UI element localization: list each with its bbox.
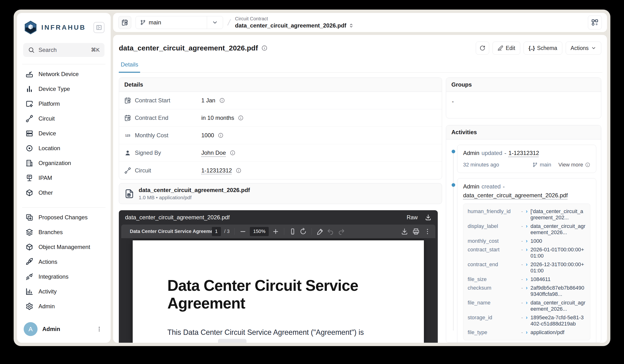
activity-branch-badge: main	[532, 162, 551, 168]
sidebar-item-actions[interactable]: Actions	[23, 255, 104, 269]
breadcrumb-object[interactable]: data_center_circuit_agreement_2026.pdf	[235, 22, 346, 29]
property-value: ['data_center_circuit_agreement_202...	[530, 208, 586, 221]
actions-button-label: Actions	[571, 45, 589, 52]
redo-icon[interactable]	[338, 228, 345, 235]
info-icon[interactable]	[218, 132, 224, 138]
raw-toggle[interactable]: Raw	[407, 214, 418, 221]
annotate-pen-icon[interactable]	[316, 228, 324, 235]
sidebar-item-network-device[interactable]: Network Device	[23, 67, 104, 81]
sidebar-collapse-button[interactable]	[94, 22, 104, 33]
zoom-in-icon[interactable]	[272, 228, 279, 235]
branch-selector[interactable]: main	[135, 16, 223, 29]
property-row: contract_start-›2026-01-01T00:00:00+01:0…	[468, 245, 586, 260]
tab-details[interactable]: Details	[119, 61, 140, 73]
schema-button[interactable]: {..} Schema	[523, 42, 562, 54]
avatar-initial: A	[28, 326, 32, 333]
branch-dropdown-toggle[interactable]	[207, 16, 223, 29]
view-more-link[interactable]: View more	[558, 162, 590, 168]
cable-icon	[124, 167, 131, 174]
property-row: checksum-›2af9db5c87eb7b864909340ffcfa98…	[468, 284, 586, 298]
sidebar-item-admin[interactable]: Admin	[23, 299, 104, 314]
download-icon[interactable]	[425, 214, 432, 221]
sidebar-item-device-type[interactable]: Device Type	[23, 81, 104, 96]
field-value: in 10 months	[201, 115, 234, 121]
property-key: storage_id	[468, 314, 518, 321]
kebab-icon	[96, 326, 102, 332]
property-value: 2026-12-31T00:00:00+01:00	[530, 261, 586, 274]
chevrons-up-down-icon[interactable]	[348, 23, 354, 28]
zoom-level[interactable]: 150%	[250, 227, 269, 236]
time-travel-button[interactable]	[118, 16, 131, 29]
scroll-mode-icon[interactable]	[289, 228, 296, 235]
property-dash: -	[521, 285, 523, 291]
breadcrumb-slash: /	[226, 18, 232, 27]
print-icon[interactable]	[413, 228, 419, 235]
page-number-input[interactable]: 1	[212, 227, 221, 236]
field-label: Monthly Cost	[135, 132, 168, 139]
avatar: A	[24, 322, 38, 336]
more-options-icon[interactable]	[424, 228, 431, 235]
bar-chart-icon	[26, 85, 33, 93]
circuit-link[interactable]: 1-12312312	[201, 167, 232, 174]
sidebar-item-ipam[interactable]: IP IPAM	[23, 171, 104, 185]
sidebar: INFRAHUB Search ⌘K	[17, 13, 111, 343]
pdf-toolbar: Data Center Circuit Service Agreement 1 …	[121, 225, 435, 238]
sidebar-item-label: Branches	[38, 229, 63, 235]
property-chevron: ›	[526, 261, 527, 268]
calendar-clock-icon	[121, 19, 128, 26]
property-value: data_center_circuit_agreement_2026...	[530, 223, 586, 235]
search-placeholder: Search	[38, 47, 57, 53]
box-icon	[26, 243, 33, 251]
info-icon[interactable]	[230, 150, 235, 156]
sidebar-item-other[interactable]: Other	[23, 185, 104, 200]
pdf-viewport[interactable]: Data Center Circuit Service Agreement Th…	[121, 238, 435, 343]
user-row: A Admin	[23, 321, 104, 336]
info-icon[interactable]	[219, 98, 225, 103]
sidebar-item-location[interactable]: Location	[23, 141, 104, 156]
edit-button[interactable]: Edit	[493, 42, 520, 54]
actions-dropdown-button[interactable]: Actions	[566, 42, 601, 54]
branch-name: main	[149, 19, 161, 26]
sidebar-item-object-management[interactable]: Object Management	[23, 240, 104, 255]
user-menu-button[interactable]	[94, 324, 104, 334]
undo-icon[interactable]	[327, 228, 334, 235]
activity-properties: human_friendly_id-›['data_center_circuit…	[463, 204, 590, 340]
property-chevron: ›	[526, 329, 527, 336]
search-input[interactable]: Search ⌘K	[23, 43, 104, 57]
property-dash: -	[521, 276, 523, 283]
info-icon[interactable]	[261, 45, 267, 51]
activity-timeline: Admin updated - 1-12312312 32 minutes ag…	[449, 145, 596, 343]
info-icon[interactable]	[236, 168, 241, 173]
sidebar-item-device[interactable]: Device	[23, 126, 104, 141]
screen: INFRAHUB Search ⌘K	[0, 0, 624, 364]
activity-target-link[interactable]: data_center_circuit_agreement_2026.pdf	[463, 192, 568, 199]
refresh-button[interactable]	[476, 42, 489, 54]
pdf-filename: data_center_circuit_agreement_2026.pdf	[125, 214, 230, 221]
tab-bar: Details	[118, 61, 602, 73]
chip-label: Date	[229, 339, 243, 343]
zoom-out-icon[interactable]	[239, 228, 246, 235]
property-key: human_friendly_id	[468, 208, 518, 214]
gear-icon	[26, 303, 33, 310]
sidebar-item-integrations[interactable]: Integrations	[23, 269, 104, 284]
info-icon[interactable]	[238, 115, 244, 121]
signed-by-link[interactable]: John Doe	[201, 150, 226, 156]
property-chevron: ›	[526, 285, 527, 291]
attachment-card[interactable]: data_center_circuit_agreement_2026.pdf 1…	[119, 183, 442, 204]
rotate-icon[interactable]	[300, 228, 307, 235]
schema-visualizer-button[interactable]	[588, 16, 602, 29]
property-key: file_name	[468, 300, 518, 306]
info-icon	[585, 162, 590, 167]
sidebar-item-organization[interactable]: Organization	[23, 156, 104, 171]
download-icon[interactable]	[401, 228, 408, 235]
pdf-embed: Data Center Circuit Service Agreement 1 …	[121, 225, 435, 343]
sidebar-item-activity[interactable]: Activity	[23, 284, 104, 299]
activity-target-link[interactable]: 1-12312312	[509, 150, 539, 156]
sidebar-item-proposed-changes[interactable]: Proposed Changes	[23, 210, 104, 225]
field-label: Contract Start	[135, 97, 170, 104]
activity-actor: Admin	[463, 150, 479, 156]
sidebar-item-branches[interactable]: Branches	[23, 225, 104, 240]
sidebar-item-platform[interactable]: Platform	[23, 96, 104, 111]
activity-verb: created	[482, 183, 501, 190]
sidebar-item-circuit[interactable]: Circuit	[23, 111, 104, 126]
